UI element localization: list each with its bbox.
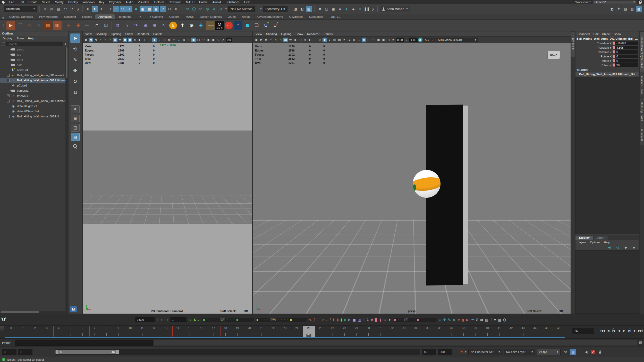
hypershade-icon[interactable]: ● bbox=[344, 6, 350, 12]
move-tool[interactable]: ✥ bbox=[70, 66, 80, 75]
outliner-item[interactable]: top bbox=[0, 52, 68, 57]
ease-s-curve-icon[interactable]: ∫ bbox=[314, 318, 315, 322]
outliner-item[interactable]: front bbox=[0, 57, 68, 62]
live-surface-field[interactable]: No Live Surface bbox=[228, 6, 255, 12]
outliner-item[interactable]: ◉defaultObjectSet bbox=[0, 109, 68, 114]
workspace-dropdown[interactable]: General* ▼ bbox=[593, 0, 637, 4]
layer-list[interactable] bbox=[575, 250, 639, 314]
outliner-item[interactable]: +➤tmXML1 bbox=[0, 93, 68, 98]
command-language-label[interactable]: Python bbox=[0, 341, 15, 344]
timeline-frame[interactable]: 9 bbox=[112, 326, 124, 337]
two-pane-layout-button[interactable]: ◫ bbox=[71, 124, 80, 132]
link-grid-icon[interactable]: ⊞ bbox=[141, 21, 150, 30]
tab-modeling-toolkit[interactable]: Modeling Toolkit bbox=[640, 98, 644, 125]
channel-row[interactable]: Translate X-10.678 bbox=[575, 41, 639, 45]
chevron-down-icon[interactable]: ▼ bbox=[260, 8, 262, 10]
channel-row[interactable]: Rotate X0 bbox=[575, 54, 639, 58]
menu-create[interactable]: Create bbox=[26, 1, 40, 4]
shelf-tab-advancedskeleton5[interactable]: AdvancedSkeleton5 bbox=[253, 14, 286, 19]
depth-peel-icon[interactable]: ▢ bbox=[367, 38, 371, 42]
shelf-tab-animation[interactable]: Animation bbox=[95, 14, 115, 19]
animbot-tween-slider[interactable]: TW bbox=[256, 318, 307, 322]
fps-dropdown[interactable]: 24 fps ▼ bbox=[537, 349, 561, 355]
ghost-options-icon[interactable]: ▥ bbox=[53, 21, 62, 30]
timeline-frame[interactable]: 0 bbox=[5, 326, 17, 337]
key-green-icon[interactable]: ⧫ bbox=[344, 318, 346, 322]
play-forwards-button[interactable]: ▶ bbox=[622, 327, 627, 334]
maya-m-icon[interactable]: M bbox=[70, 306, 77, 312]
navy-comma-icon[interactable]: ❛ bbox=[234, 21, 242, 30]
safe-title-icon[interactable]: T bbox=[142, 38, 147, 42]
timeline-frame[interactable]: 26 bbox=[315, 326, 327, 337]
ghost-gray-icon[interactable]: ⁘ bbox=[34, 21, 43, 30]
animbot-increment-button[interactable]: + bbox=[157, 318, 159, 322]
timeline-frame[interactable]: 40 bbox=[481, 326, 493, 337]
viewport-menu-shading[interactable]: Shading bbox=[96, 32, 107, 36]
tab-channel-box-layer-editor[interactable]: Channel Box / Layer Editor bbox=[640, 32, 644, 72]
ghost-orange-icon[interactable]: ⁘ bbox=[25, 21, 34, 30]
shelf-tab-custom[interactable]: Custom bbox=[166, 14, 183, 19]
animbot-power-icon[interactable]: ⊙ bbox=[188, 318, 191, 322]
chevron-down-icon[interactable]: ▼ bbox=[225, 8, 227, 10]
viewport-menu-show[interactable]: Show bbox=[125, 32, 133, 36]
timeline-frame[interactable]: 23 bbox=[279, 326, 291, 337]
animbot-value-field[interactable]: 0.500 bbox=[135, 317, 155, 322]
timeline-frame[interactable]: 31 bbox=[374, 326, 386, 337]
highlight-selection-icon[interactable]: ➤ bbox=[173, 6, 179, 12]
occlusion-icon[interactable]: ● bbox=[177, 38, 181, 42]
lock-camera-icon[interactable]: ◘ bbox=[259, 38, 263, 42]
tab-uv-toolkit[interactable]: UV Toolkit bbox=[571, 32, 575, 57]
walk-figure-icon[interactable]: † bbox=[363, 318, 365, 322]
exposure-field[interactable]: 0.0 bbox=[226, 38, 232, 42]
viewport-persp[interactable]: ViewShadingLightingShowRendererPanels ▣◘… bbox=[253, 31, 571, 314]
mirror-pose-icon[interactable]: ◫ bbox=[358, 318, 361, 322]
expander-icon[interactable]: ❯ bbox=[77, 7, 79, 11]
timeline-frame[interactable]: 2 bbox=[29, 326, 41, 337]
menu-edit[interactable]: Edit bbox=[16, 1, 26, 4]
pan-zoom-paste-icon[interactable]: ▣ bbox=[211, 38, 215, 42]
diamond-icon[interactable]: ◈ bbox=[453, 318, 456, 322]
lock-selection-icon[interactable]: ⊓ bbox=[166, 6, 173, 12]
link-cursor-icon[interactable]: ↖ bbox=[159, 21, 168, 30]
animbot-orange-icon[interactable]: U bbox=[271, 21, 279, 30]
four-pane-layout-button[interactable]: ⊞ bbox=[71, 115, 80, 122]
layer-menu-layers[interactable]: Layers bbox=[578, 241, 587, 244]
layer-tab-anim[interactable]: Anim bbox=[594, 236, 608, 240]
lasso-select-tool[interactable]: ⟲ bbox=[70, 44, 80, 54]
menu-deform[interactable]: Deform bbox=[152, 1, 166, 4]
soft-select-icon[interactable]: ◯ bbox=[191, 6, 197, 12]
scale-tool[interactable]: ⧉ bbox=[70, 88, 80, 97]
modeling-toolkit-toggle-icon[interactable]: ◩ bbox=[609, 6, 615, 12]
shelf-gear-icon[interactable]: ⚙ bbox=[2, 17, 4, 19]
outliner-item[interactable]: +➤Ball_Hitting_Wall_Anna_001:Ultimate_ bbox=[0, 78, 68, 83]
outliner-menu-display[interactable]: Display bbox=[3, 37, 12, 40]
outliner-item[interactable]: ❖pCube1 bbox=[0, 83, 68, 88]
viewport-menu-panels[interactable]: Panels bbox=[153, 32, 162, 36]
animation-start-field[interactable]: 0 bbox=[2, 349, 16, 355]
channel-box-menu-channels[interactable]: Channels bbox=[578, 32, 590, 36]
back-camera-bookmark[interactable]: BACK bbox=[548, 51, 560, 59]
film-gate-icon[interactable]: ▭ bbox=[118, 38, 122, 42]
shelf-tab-turtle[interactable]: TURTLE bbox=[326, 14, 344, 19]
timeline-frame[interactable]: 34 bbox=[410, 326, 422, 337]
timeline-frame[interactable]: 7 bbox=[89, 326, 100, 337]
outliner-filter-icon[interactable] bbox=[1, 42, 5, 46]
select-by-hierarchy-icon[interactable]: ➤ bbox=[85, 6, 91, 12]
viewport-menu-lighting[interactable]: Lighting bbox=[281, 32, 291, 36]
set-key-icon[interactable]: ✛ bbox=[64, 21, 73, 30]
timeline-frame[interactable]: 43 bbox=[517, 326, 529, 337]
shelf-tab-rendering[interactable]: Rendering bbox=[115, 14, 134, 19]
channel-box-toggle-icon[interactable]: ▦ bbox=[636, 6, 642, 12]
snap-to-point-icon[interactable]: ⌖ bbox=[126, 6, 132, 12]
shelf-tab-sculpting[interactable]: Sculpting bbox=[61, 14, 79, 19]
menu-audio[interactable]: Audio bbox=[123, 1, 135, 4]
channel-value-field[interactable]: 0 bbox=[615, 50, 638, 54]
depth-peel-icon[interactable]: ▢ bbox=[196, 38, 201, 42]
animbot-ease-slider[interactable]: EA bbox=[202, 318, 254, 322]
heart-icon[interactable]: ♥ bbox=[494, 318, 496, 322]
channel-value-field[interactable]: 0 bbox=[615, 55, 638, 58]
playback-loop-icon[interactable]: ⟲ bbox=[562, 349, 568, 355]
reflection-icon[interactable]: ⟳ bbox=[198, 6, 204, 12]
command-input[interactable] bbox=[15, 340, 153, 346]
pan-zoom-paste-icon[interactable]: ▣ bbox=[381, 38, 386, 42]
